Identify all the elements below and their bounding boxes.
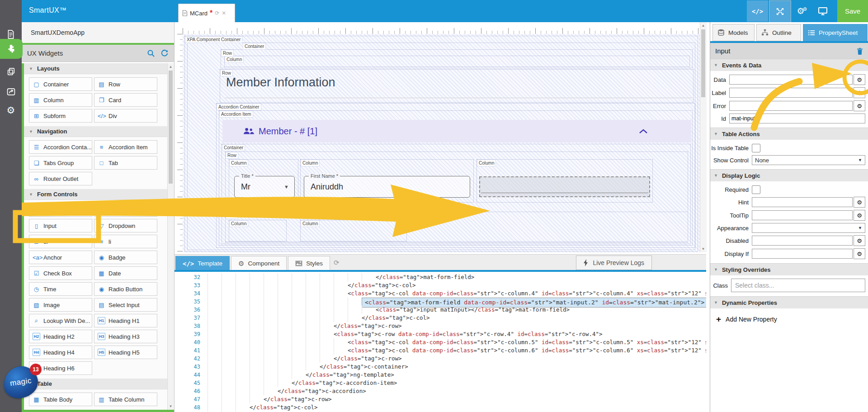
data-gear-button[interactable]: ⚙	[854, 74, 865, 85]
class-field[interactable]	[731, 279, 865, 292]
tab-property-sheet[interactable]: PropertySheet	[803, 24, 868, 41]
section-header-navigation[interactable]: ▼Navigation	[24, 126, 168, 137]
disabled-gear-button[interactable]: ⚙	[854, 235, 865, 246]
code-line-37[interactable]: 37</class="tag">c-col>	[174, 314, 706, 322]
hint-field[interactable]	[752, 197, 853, 207]
disabled-field[interactable]	[752, 236, 853, 246]
is-inside-table-checkbox[interactable]	[752, 144, 760, 152]
widget-time[interactable]: ◷Time	[29, 282, 92, 296]
copy-pages-icon[interactable]	[0, 62, 22, 81]
save-button[interactable]: Save	[837, 0, 868, 22]
label-gear-button[interactable]: ⚙	[854, 87, 865, 98]
section-header-form-controls[interactable]: ▼Form Controls	[24, 189, 168, 200]
widget-image[interactable]: ▧Image	[29, 298, 92, 312]
data-field[interactable]	[729, 75, 853, 85]
section-header-table[interactable]: ▼Table	[24, 379, 168, 389]
project-name[interactable]: SmartUXDemoApp	[22, 22, 174, 45]
tooltip-gear-button[interactable]: ⚙	[854, 210, 865, 221]
scroll-down-icon[interactable]: ▼	[700, 247, 706, 251]
code-line-39[interactable]: 39<class="tag">c-row data-comp-id=class=…	[174, 330, 706, 338]
search-icon[interactable]	[147, 49, 155, 57]
title-select-field[interactable]: Title * Mr ▼	[234, 176, 295, 198]
widget-panel-scrollbar[interactable]: ▲ ▼	[167, 63, 174, 410]
code-line-42[interactable]: 42</class="tag">c-row>	[174, 355, 706, 363]
scroll-up-icon[interactable]: ▲	[700, 24, 706, 28]
widget-column[interactable]: ▥Column	[29, 93, 92, 107]
section-header-dynamic-properties[interactable]: ▼Dynamic Properties	[710, 296, 868, 308]
live-preview-logs-button[interactable]: Live Preview Logs	[576, 256, 652, 270]
tab-styles[interactable]: Styles	[288, 256, 330, 270]
code-line-48[interactable]: 48</class="tag">c-col>	[174, 403, 706, 412]
widget-accordion-conta[interactable]: ☰Accordion Conta...	[29, 140, 92, 154]
tab-refresh-icon[interactable]: ⟳	[215, 10, 219, 16]
column-box[interactable]	[224, 56, 690, 67]
tab-outline[interactable]: Outline	[756, 24, 801, 41]
widget-tab[interactable]: □Tab	[94, 156, 157, 170]
display-if-field[interactable]	[752, 249, 853, 259]
accordion-header[interactable]: Member - # [1]	[222, 120, 691, 142]
widget-dropdown[interactable]: ▽Dropdown	[94, 219, 157, 232]
widget-card[interactable]: ❐Card	[94, 93, 157, 107]
widget-tabs-group[interactable]: ❏Tabs Group	[29, 156, 92, 170]
tab-template[interactable]: </> Template	[175, 256, 230, 270]
code-line-41[interactable]: 41<class="tag">c-col data-comp-id=class=…	[174, 346, 706, 355]
section-header-events-data[interactable]: ▼Events & Data	[710, 59, 868, 71]
widget-router-outlet[interactable]: ∞Router Outlet	[29, 172, 92, 185]
widget-check-box[interactable]: ☑Check Box	[29, 266, 92, 280]
widget-container[interactable]: ▢Container	[29, 77, 92, 91]
code-line-44[interactable]: 44</class="tag">ng-template>	[174, 371, 706, 379]
widget-table-column[interactable]: ▥Table Column	[94, 393, 157, 406]
id-field[interactable]	[729, 114, 865, 123]
widget-radio-button[interactable]: ◉Radio Button	[94, 282, 157, 296]
code-line-33[interactable]: 33</class="tag">c-col>	[174, 281, 706, 289]
widget-li[interactable]: ≡li	[94, 235, 157, 248]
tab-close-icon[interactable]: ✕	[222, 10, 226, 16]
widget-lookup-with-de[interactable]: ⌕Lookup With De...	[29, 314, 92, 327]
code-line-32[interactable]: 32</class="tag">mat-form-field>	[174, 273, 706, 281]
tab-mcard[interactable]: MCard* ⟳ ✕	[178, 4, 235, 22]
first-name-input-field[interactable]: First Name * Aniruddh	[304, 176, 470, 198]
widget-div[interactable]: </>Div	[94, 109, 157, 123]
widget-subform[interactable]: ⊞Subform	[29, 109, 92, 123]
widget-accordion-item[interactable]: ≡Accordion Item	[94, 140, 157, 154]
styles-refresh-icon[interactable]: ⟳	[334, 259, 340, 267]
tooltip-field[interactable]	[752, 210, 853, 220]
row-box[interactable]	[225, 212, 688, 243]
widget-anchor[interactable]: <a>Anchor	[29, 251, 92, 264]
code-line-35[interactable]: 35<class="tag">mat-form-field data-comp-…	[174, 298, 706, 306]
tab-models[interactable]: Models	[712, 24, 755, 41]
add-new-property-button[interactable]: +Add New Property	[711, 312, 865, 323]
widget-heading-h2[interactable]: H2Heading H2	[29, 330, 92, 343]
widget-badge[interactable]: ◉Badge	[94, 251, 157, 264]
widget-date[interactable]: ▦Date	[94, 266, 157, 280]
code-line-47[interactable]: 47</class="tag">c-row>	[174, 395, 706, 403]
canvas-scrollbar[interactable]: ▲ ▼	[700, 22, 707, 252]
refresh-icon[interactable]	[160, 49, 169, 57]
display-if-gear-button[interactable]: ⚙	[854, 248, 865, 259]
scroll-down-icon[interactable]: ▼	[168, 404, 174, 408]
error-field[interactable]	[729, 101, 853, 111]
section-header-styling-overrides[interactable]: ▼Styling Overrides	[710, 263, 868, 275]
expand-view-button[interactable]	[769, 0, 791, 23]
settings-gear-icon[interactable]: ⚙	[0, 101, 22, 119]
input-drop-zone[interactable]	[479, 176, 650, 197]
widget-heading-h3[interactable]: H3Heading H3	[94, 330, 157, 343]
delete-trash-icon[interactable]	[857, 47, 863, 55]
error-gear-button[interactable]: ⚙	[854, 100, 865, 111]
member-information-heading[interactable]: Member Information	[226, 76, 335, 90]
code-line-46[interactable]: 46</class="tag">c-accordion>	[174, 387, 706, 395]
widget-select-input[interactable]: ▤Select Input	[94, 298, 157, 312]
widget-input[interactable]: ▯Input	[29, 219, 92, 232]
widget-ul[interactable]: ≣ul	[29, 235, 92, 248]
widget-button[interactable]: ▭Button	[94, 203, 157, 217]
appearance-select[interactable]: ▼	[752, 223, 865, 233]
scroll-up-icon[interactable]: ▲	[168, 65, 174, 69]
widget-label[interactable]: aLabel	[29, 203, 92, 217]
section-header-table-actions[interactable]: ▼Table Actions	[710, 128, 868, 140]
code-line-45[interactable]: 45</class="tag">c-accordion-item>	[174, 379, 706, 387]
hint-gear-button[interactable]: ⚙	[854, 197, 865, 208]
magic-launcher[interactable]: magic 13	[4, 364, 44, 401]
design-surface[interactable]: XPA Component Container Container Row Co…	[183, 34, 700, 252]
code-line-40[interactable]: 40<class="tag">c-col data-comp-id=class=…	[174, 338, 706, 346]
preview-monitor-button[interactable]	[813, 0, 833, 22]
